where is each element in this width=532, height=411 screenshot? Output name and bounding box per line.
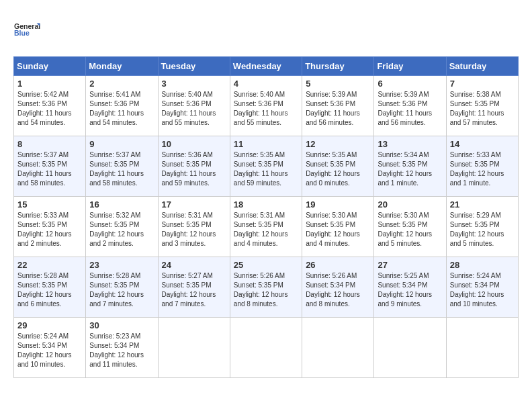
calendar-cell: 16Sunrise: 5:32 AMSunset: 5:35 PMDayligh… (86, 197, 158, 257)
calendar-cell: 15Sunrise: 5:33 AMSunset: 5:35 PMDayligh… (14, 197, 86, 257)
day-info: Sunrise: 5:24 AMSunset: 5:34 PMDaylight:… (450, 271, 515, 309)
day-info: Sunrise: 5:40 AMSunset: 5:36 PMDaylight:… (234, 90, 298, 128)
day-info: Sunrise: 5:28 AMSunset: 5:35 PMDaylight:… (89, 271, 154, 309)
day-number: 16 (89, 199, 154, 210)
calendar-table: SundayMondayTuesdayWednesdayThursdayFrid… (13, 56, 519, 378)
col-header-tuesday: Tuesday (158, 57, 230, 76)
day-info: Sunrise: 5:24 AMSunset: 5:34 PMDaylight:… (17, 332, 82, 369)
day-info: Sunrise: 5:37 AMSunset: 5:35 PMDaylight:… (17, 150, 82, 188)
calendar-cell (446, 318, 518, 378)
day-info: Sunrise: 5:33 AMSunset: 5:35 PMDaylight:… (450, 150, 515, 188)
day-number: 19 (306, 199, 370, 210)
calendar-cell: 29Sunrise: 5:24 AMSunset: 5:34 PMDayligh… (14, 318, 86, 378)
day-number: 14 (450, 139, 515, 149)
calendar-cell (302, 318, 374, 378)
calendar-cell: 4Sunrise: 5:40 AMSunset: 5:36 PMDaylight… (230, 76, 302, 136)
col-header-friday: Friday (374, 57, 446, 76)
page-header: General Blue (13, 13, 519, 46)
day-number: 12 (306, 139, 370, 149)
svg-text:Blue: Blue (14, 29, 30, 37)
calendar-body: 1Sunrise: 5:42 AMSunset: 5:36 PMDaylight… (14, 76, 519, 378)
day-info: Sunrise: 5:37 AMSunset: 5:35 PMDaylight:… (89, 150, 154, 188)
calendar-cell (374, 318, 446, 378)
calendar-week-3: 15Sunrise: 5:33 AMSunset: 5:35 PMDayligh… (14, 197, 519, 257)
calendar-cell: 1Sunrise: 5:42 AMSunset: 5:36 PMDaylight… (14, 76, 86, 136)
day-info: Sunrise: 5:31 AMSunset: 5:35 PMDaylight:… (162, 211, 226, 248)
day-info: Sunrise: 5:38 AMSunset: 5:35 PMDaylight:… (450, 90, 515, 128)
day-info: Sunrise: 5:30 AMSunset: 5:35 PMDaylight:… (306, 211, 370, 248)
day-info: Sunrise: 5:26 AMSunset: 5:35 PMDaylight:… (234, 271, 298, 309)
calendar-cell: 26Sunrise: 5:26 AMSunset: 5:34 PMDayligh… (302, 257, 374, 318)
day-info: Sunrise: 5:23 AMSunset: 5:34 PMDaylight:… (89, 332, 154, 369)
day-number: 25 (234, 260, 298, 270)
day-info: Sunrise: 5:32 AMSunset: 5:35 PMDaylight:… (89, 211, 154, 248)
day-info: Sunrise: 5:42 AMSunset: 5:36 PMDaylight:… (17, 90, 82, 128)
day-info: Sunrise: 5:35 AMSunset: 5:35 PMDaylight:… (234, 150, 298, 188)
day-number: 10 (162, 139, 226, 149)
day-number: 27 (378, 260, 442, 270)
day-number: 22 (17, 260, 82, 270)
calendar-cell: 12Sunrise: 5:35 AMSunset: 5:35 PMDayligh… (302, 136, 374, 197)
calendar-cell: 7Sunrise: 5:38 AMSunset: 5:35 PMDaylight… (446, 76, 518, 136)
day-number: 6 (378, 79, 442, 89)
calendar-cell: 21Sunrise: 5:29 AMSunset: 5:35 PMDayligh… (446, 197, 518, 257)
day-number: 1 (17, 79, 82, 89)
calendar-cell: 22Sunrise: 5:28 AMSunset: 5:35 PMDayligh… (14, 257, 86, 318)
calendar-cell: 14Sunrise: 5:33 AMSunset: 5:35 PMDayligh… (446, 136, 518, 197)
day-number: 15 (17, 199, 82, 210)
day-number: 30 (89, 320, 154, 330)
calendar-cell: 6Sunrise: 5:39 AMSunset: 5:36 PMDaylight… (374, 76, 446, 136)
day-number: 17 (162, 199, 226, 210)
col-header-monday: Monday (86, 57, 158, 76)
calendar-week-2: 8Sunrise: 5:37 AMSunset: 5:35 PMDaylight… (14, 136, 519, 197)
day-info: Sunrise: 5:36 AMSunset: 5:35 PMDaylight:… (162, 150, 226, 188)
day-info: Sunrise: 5:30 AMSunset: 5:35 PMDaylight:… (378, 211, 442, 248)
calendar-cell: 20Sunrise: 5:30 AMSunset: 5:35 PMDayligh… (374, 197, 446, 257)
calendar-cell: 5Sunrise: 5:39 AMSunset: 5:36 PMDaylight… (302, 76, 374, 136)
day-info: Sunrise: 5:40 AMSunset: 5:36 PMDaylight:… (162, 90, 226, 128)
calendar-cell: 11Sunrise: 5:35 AMSunset: 5:35 PMDayligh… (230, 136, 302, 197)
calendar-cell: 18Sunrise: 5:31 AMSunset: 5:35 PMDayligh… (230, 197, 302, 257)
calendar-cell: 25Sunrise: 5:26 AMSunset: 5:35 PMDayligh… (230, 257, 302, 318)
day-info: Sunrise: 5:29 AMSunset: 5:35 PMDaylight:… (450, 211, 515, 248)
day-number: 20 (378, 199, 442, 210)
calendar-cell: 13Sunrise: 5:34 AMSunset: 5:35 PMDayligh… (374, 136, 446, 197)
day-number: 13 (378, 139, 442, 149)
day-number: 29 (17, 320, 82, 330)
calendar-cell: 2Sunrise: 5:41 AMSunset: 5:36 PMDaylight… (86, 76, 158, 136)
calendar-cell: 23Sunrise: 5:28 AMSunset: 5:35 PMDayligh… (86, 257, 158, 318)
day-number: 11 (234, 139, 298, 149)
day-info: Sunrise: 5:27 AMSunset: 5:35 PMDaylight:… (162, 271, 226, 309)
calendar-cell: 19Sunrise: 5:30 AMSunset: 5:35 PMDayligh… (302, 197, 374, 257)
col-header-saturday: Saturday (446, 57, 518, 76)
day-number: 28 (450, 260, 515, 270)
day-number: 3 (162, 79, 226, 89)
day-number: 2 (89, 79, 154, 89)
calendar-cell (158, 318, 230, 378)
day-number: 26 (306, 260, 370, 270)
calendar-cell: 27Sunrise: 5:25 AMSunset: 5:34 PMDayligh… (374, 257, 446, 318)
day-number: 5 (306, 79, 370, 89)
calendar-week-1: 1Sunrise: 5:42 AMSunset: 5:36 PMDaylight… (14, 76, 519, 136)
day-info: Sunrise: 5:33 AMSunset: 5:35 PMDaylight:… (17, 211, 82, 248)
day-number: 23 (89, 260, 154, 270)
logo: General Blue (13, 13, 46, 46)
day-number: 7 (450, 79, 515, 89)
day-info: Sunrise: 5:31 AMSunset: 5:35 PMDaylight:… (234, 211, 298, 248)
calendar-week-5: 29Sunrise: 5:24 AMSunset: 5:34 PMDayligh… (14, 318, 519, 378)
day-info: Sunrise: 5:28 AMSunset: 5:35 PMDaylight:… (17, 271, 82, 309)
calendar-cell: 24Sunrise: 5:27 AMSunset: 5:35 PMDayligh… (158, 257, 230, 318)
day-number: 18 (234, 199, 298, 210)
day-info: Sunrise: 5:35 AMSunset: 5:35 PMDaylight:… (306, 150, 370, 188)
col-header-wednesday: Wednesday (230, 57, 302, 76)
day-info: Sunrise: 5:25 AMSunset: 5:34 PMDaylight:… (378, 271, 442, 309)
calendar-cell: 8Sunrise: 5:37 AMSunset: 5:35 PMDaylight… (14, 136, 86, 197)
calendar-week-4: 22Sunrise: 5:28 AMSunset: 5:35 PMDayligh… (14, 257, 519, 318)
calendar-cell: 10Sunrise: 5:36 AMSunset: 5:35 PMDayligh… (158, 136, 230, 197)
day-info: Sunrise: 5:34 AMSunset: 5:35 PMDaylight:… (378, 150, 442, 188)
day-number: 9 (89, 139, 154, 149)
day-number: 8 (17, 139, 82, 149)
day-info: Sunrise: 5:39 AMSunset: 5:36 PMDaylight:… (306, 90, 370, 128)
col-header-sunday: Sunday (14, 57, 86, 76)
col-header-thursday: Thursday (302, 57, 374, 76)
